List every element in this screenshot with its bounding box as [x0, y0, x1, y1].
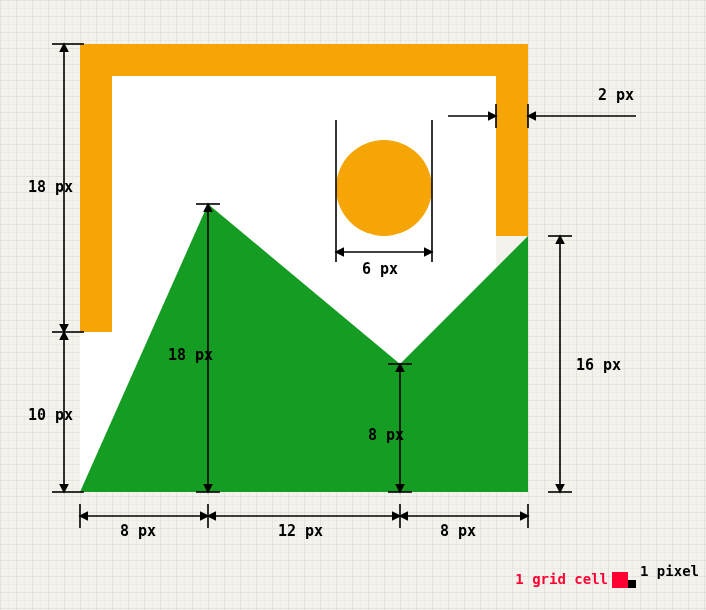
picture-icon — [80, 44, 528, 492]
dim-2-border: 2 px — [598, 86, 634, 104]
dim-8-valley: 8 px — [368, 426, 404, 444]
sun-icon — [336, 140, 432, 236]
legend-pixel-swatch — [628, 580, 636, 588]
dim-8-bottom-right: 8 px — [440, 522, 476, 540]
svg-rect-4 — [80, 44, 112, 332]
dim-6-sun: 6 px — [362, 260, 398, 278]
diagram-canvas: 18 px 10 px 18 px 8 px 16 px 8 px 12 px … — [0, 0, 706, 610]
dim-12-bottom: 12 px — [278, 522, 323, 540]
legend-grid-cell-label: 1 grid cell — [515, 571, 608, 587]
legend-grid-cell-swatch — [612, 572, 628, 588]
dim-16-right: 16 px — [576, 356, 621, 374]
svg-rect-3 — [80, 44, 528, 76]
dim-18-mountain: 18 px — [168, 346, 213, 364]
svg-rect-5 — [496, 44, 528, 236]
dim-8-bottom-left: 8 px — [120, 522, 156, 540]
dim-18-left: 18 px — [28, 178, 73, 196]
dim-10-left: 10 px — [28, 406, 73, 424]
legend-pixel-label: 1 pixel — [640, 563, 699, 579]
